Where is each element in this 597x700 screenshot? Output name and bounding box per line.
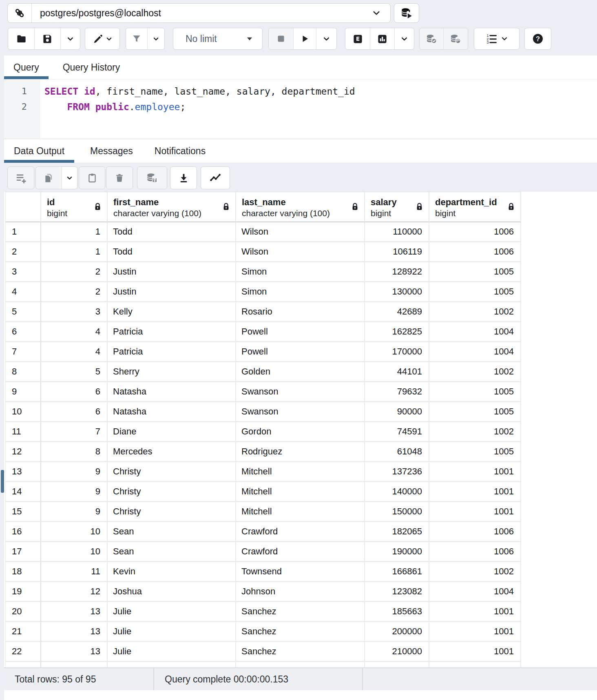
graph-visualizer-button[interactable] — [201, 167, 230, 189]
row-number-cell[interactable]: 1 — [5, 222, 41, 242]
cell-salary[interactable]: 123082 — [365, 582, 429, 602]
cell-last_name[interactable]: Wilson — [236, 242, 365, 262]
cell-last_name[interactable]: Mitchell — [236, 502, 365, 522]
cell-first_name[interactable]: Christy — [108, 482, 236, 502]
cell-first_name[interactable]: Joshua — [108, 582, 236, 602]
tab-query[interactable]: Query — [4, 55, 49, 79]
help-button[interactable]: ? — [525, 28, 551, 49]
open-file-button[interactable] — [8, 28, 34, 49]
cell-first_name[interactable]: Kevin — [108, 562, 236, 582]
row-number-cell[interactable]: 13 — [5, 462, 41, 482]
cell-last_name[interactable]: Sanchez — [236, 602, 365, 622]
row-number-cell[interactable]: 6 — [5, 322, 41, 342]
cell-salary[interactable]: 140000 — [365, 482, 429, 502]
filter-menu-button[interactable] — [147, 28, 164, 49]
cell-last_name[interactable]: Powell — [236, 322, 365, 342]
cell-salary[interactable]: 137236 — [365, 462, 429, 482]
row-number-cell[interactable]: 15 — [5, 502, 41, 522]
cell-last_name[interactable]: Sanchez — [236, 622, 365, 642]
cell-salary[interactable]: 166861 — [365, 562, 429, 582]
code-line[interactable]: SELECT id, first_name, last_name, salary… — [44, 84, 355, 99]
cell-last_name[interactable]: Gordon — [236, 422, 365, 442]
cell-id[interactable]: 3 — [41, 302, 108, 322]
execute-menu-button[interactable] — [316, 28, 336, 49]
cell-first_name[interactable]: Christy — [108, 462, 236, 482]
cell-id[interactable]: 6 — [41, 402, 108, 422]
cell-first_name[interactable]: Justin — [108, 262, 236, 282]
cell-salary[interactable]: 150000 — [365, 502, 429, 522]
cell-last_name[interactable]: Mitchell — [236, 462, 365, 482]
cell-salary[interactable]: 79632 — [365, 382, 429, 402]
cell-last_name[interactable]: Rodriguez — [236, 442, 365, 462]
edit-menu-button[interactable] — [85, 28, 119, 49]
tab-messages[interactable]: Messages — [80, 139, 143, 163]
cell-salary[interactable]: 42689 — [365, 302, 429, 322]
cell-id[interactable]: 5 — [41, 362, 108, 382]
select-all-header-cell[interactable] — [5, 192, 41, 222]
cell-first_name[interactable]: Natasha — [108, 402, 236, 422]
row-number-cell[interactable]: 17 — [5, 542, 41, 562]
cell-salary[interactable]: 74591 — [365, 422, 429, 442]
cell-department_id[interactable]: 1006 — [429, 242, 521, 262]
cell-department_id[interactable]: 1006 — [429, 522, 521, 542]
scrollbar-thumb[interactable] — [1, 470, 4, 493]
cell-id[interactable]: 7 — [41, 422, 108, 442]
column-header-salary[interactable]: salary bigint — [365, 192, 429, 222]
cell-department_id[interactable]: 1001 — [429, 642, 521, 662]
cell-id[interactable]: 13 — [41, 602, 108, 622]
row-number-cell[interactable]: 14 — [5, 482, 41, 502]
download-results-button[interactable] — [170, 167, 197, 189]
cell-id[interactable]: 2 — [41, 262, 108, 282]
cell-first_name[interactable]: Justin — [108, 282, 236, 302]
copy-menu-button[interactable] — [62, 167, 77, 189]
sql-editor[interactable]: 12 SELECT id, first_name, last_name, sal… — [4, 80, 597, 139]
row-number-cell[interactable]: 4 — [5, 282, 41, 302]
tab-notifications[interactable]: Notifications — [145, 139, 215, 163]
cell-id[interactable]: 6 — [41, 382, 108, 402]
cell-salary[interactable]: 162825 — [365, 322, 429, 342]
cell-department_id[interactable]: 1001 — [429, 482, 521, 502]
cell-salary[interactable]: 185663 — [365, 602, 429, 622]
cell-first_name[interactable]: Christy — [108, 502, 236, 522]
cell-salary[interactable]: 44101 — [365, 362, 429, 382]
cell-department_id[interactable]: 1005 — [429, 282, 521, 302]
row-limit-select[interactable]: No limit — [173, 28, 263, 50]
cell-salary[interactable]: 182065 — [365, 522, 429, 542]
cell-department_id[interactable]: 1002 — [429, 422, 521, 442]
explain-menu-button[interactable] — [394, 28, 414, 49]
cell-salary[interactable]: 170000 — [365, 342, 429, 362]
row-number-cell[interactable]: 16 — [5, 522, 41, 542]
cell-department_id[interactable]: 1006 — [429, 222, 521, 242]
save-menu-button[interactable] — [60, 28, 80, 49]
cell-department_id[interactable]: 1001 — [429, 622, 521, 642]
row-number-cell[interactable]: 10 — [5, 402, 41, 422]
connection-dropdown[interactable]: postgres/postgres@localhost — [7, 3, 391, 23]
row-number-cell[interactable]: 12 — [5, 442, 41, 462]
cell-last_name[interactable]: Golden — [236, 362, 365, 382]
cell-id[interactable]: 9 — [41, 482, 108, 502]
cell-first_name[interactable]: Sean — [108, 522, 236, 542]
cell-salary[interactable]: 190000 — [365, 542, 429, 562]
cell-department_id[interactable]: 1001 — [429, 462, 521, 482]
cell-last_name[interactable]: Rosario — [236, 302, 365, 322]
cell-last_name[interactable]: Swanson — [236, 382, 365, 402]
cell-department_id[interactable]: 1002 — [429, 562, 521, 582]
cell-id[interactable]: 13 — [41, 622, 108, 642]
code-line[interactable]: FROM public.employee; — [44, 99, 355, 115]
column-header-id[interactable]: id bigint — [41, 192, 108, 222]
row-number-cell[interactable]: 18 — [5, 562, 41, 582]
explain-analyze-button[interactable] — [370, 28, 394, 49]
cell-salary[interactable]: 128922 — [365, 262, 429, 282]
cell-salary[interactable]: 106119 — [365, 242, 429, 262]
execute-button[interactable] — [293, 28, 316, 49]
filter-button[interactable] — [126, 28, 147, 49]
cell-first_name[interactable]: Natasha — [108, 382, 236, 402]
cell-salary[interactable]: 110000 — [365, 222, 429, 242]
cell-id[interactable]: 8 — [41, 442, 108, 462]
column-header-last_name[interactable]: last_name character varying (100) — [236, 192, 365, 222]
cell-first_name[interactable]: Patricia — [108, 322, 236, 342]
new-connection-button[interactable] — [394, 3, 419, 23]
column-header-first_name[interactable]: first_name character varying (100) — [108, 192, 236, 222]
cell-last_name[interactable]: Swanson — [236, 402, 365, 422]
cell-first_name[interactable]: Kelly — [108, 302, 236, 322]
